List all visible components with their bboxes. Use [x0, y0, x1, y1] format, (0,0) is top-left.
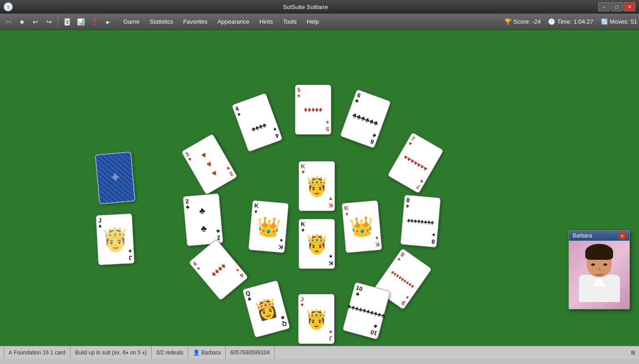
- status-resize[interactable]: ⊞: [631, 349, 635, 356]
- status-foundation-num: 16: [43, 349, 49, 356]
- score-value: -24: [532, 18, 541, 25]
- toolbar-redo[interactable]: ↪: [43, 15, 56, 28]
- toolbar-chart[interactable]: 📊: [74, 15, 87, 28]
- card-corner-top: 4 ♠: [234, 106, 241, 117]
- toolbar-star[interactable]: ★: [15, 15, 28, 28]
- moves-display: 🔃 Moves: 51: [601, 18, 637, 25]
- menu-statistics[interactable]: Statistics: [145, 16, 178, 27]
- five-diamonds-card[interactable]: 5 ♦ ♦♦♦♦♦ 5 ♦: [295, 85, 331, 135]
- card-corner-bottom: 5 ♦: [326, 119, 329, 132]
- card-corner-bottom: J ♠: [128, 248, 132, 261]
- game-area[interactable]: J ♠ 🤴 J ♠ 3 ♥ ♥♥♥ 3 ♥ 4 ♠ ♠♠♠♠ 4: [0, 30, 639, 346]
- status-player-id: 6057690599104: [226, 346, 275, 359]
- toolbar-undo[interactable]: ↩: [29, 15, 42, 28]
- title-bar-title: SolSuite Solitaire: [13, 4, 598, 10]
- title-bar-controls: − □ ✕: [598, 2, 635, 11]
- menu-game[interactable]: Game: [119, 16, 144, 27]
- player-photo-content: [569, 241, 629, 309]
- toolbar-separator-1: [58, 16, 58, 27]
- player-collar: [593, 277, 606, 286]
- status-player: 👤 Barbara: [188, 346, 226, 359]
- menu-favorites[interactable]: Favorites: [178, 16, 212, 27]
- menu-appearance[interactable]: Appearance: [213, 16, 254, 27]
- deck-card-1[interactable]: [95, 152, 135, 205]
- three-hearts-card[interactable]: 3 ♥ ♥♥♥ 3 ♥: [181, 133, 238, 195]
- maximize-button[interactable]: □: [611, 2, 623, 11]
- status-bar: A Foundation 16 1 card Build up in suit …: [0, 346, 639, 359]
- player-body: [579, 275, 620, 302]
- toolbar-extra[interactable]: ▸: [101, 15, 114, 28]
- king-hearts-center-left[interactable]: K ♦ 👑 K ♦: [248, 200, 289, 253]
- king-spades-center-bottom[interactable]: K ♠ 🤴 K ♠: [299, 219, 335, 269]
- king-spades-center-right[interactable]: K ♦ 👑 K ♦: [341, 200, 382, 253]
- title-bar: 🃏 SolSuite Solitaire − □ ✕: [0, 0, 639, 14]
- player-panel-name: Barbara: [573, 233, 592, 239]
- player-panel-close-button[interactable]: ✕: [619, 232, 626, 239]
- player-photo: [569, 241, 629, 309]
- player-hair: [585, 244, 613, 260]
- card-corner-bottom: J ♥: [329, 329, 332, 342]
- trophy-icon: 🏆: [504, 18, 512, 25]
- score-area: 🏆 Score: -24 🕐 Time: 1:04:27 🔃 Moves: 51: [504, 18, 637, 25]
- close-button[interactable]: ✕: [624, 2, 635, 11]
- time-display: 🕐 Time: 1:04:27: [548, 18, 593, 25]
- menu-help[interactable]: Help: [302, 16, 324, 27]
- status-card-count: 1 card: [50, 349, 65, 356]
- status-rule-text: Build up in suit (ex. 6: [75, 349, 126, 356]
- toolbar-new-game[interactable]: 🎮: [2, 15, 15, 28]
- player-panel-title: Barbara ✕: [569, 231, 629, 241]
- status-rule: Build up in suit (ex. 6 ♦ on 5 ♦ ): [71, 346, 152, 359]
- king-hearts-center-top[interactable]: K ♥ 🤴 K ♥: [299, 161, 335, 211]
- toolbar-help[interactable]: ❓: [88, 15, 101, 28]
- menu-tools[interactable]: Tools: [279, 16, 301, 27]
- minimize-button[interactable]: −: [598, 2, 610, 11]
- jack-hearts-card[interactable]: J ♥ 🤴 J ♥: [298, 294, 335, 344]
- status-foundation: A Foundation 16 1 card: [4, 346, 71, 359]
- status-rule-close: ): [145, 349, 147, 356]
- moves-label: Moves:: [610, 18, 629, 25]
- time-value: 1:04:27: [573, 18, 593, 25]
- status-foundation-label: Foundation: [14, 349, 41, 356]
- card-corner-bottom: K ♠: [329, 253, 333, 267]
- time-label: Time:: [557, 18, 572, 25]
- card-corner-bottom: K ♥: [329, 196, 333, 209]
- card-corner-bottom: K ♦: [374, 235, 380, 248]
- toolbar-card[interactable]: 🃏: [61, 15, 73, 28]
- player-icon: 👤: [193, 349, 200, 356]
- clock-icon: 🕐: [548, 18, 555, 25]
- seven-hearts-card[interactable]: 7 ♥ ♥♥♥♥♥♥♥ 7 ♥: [387, 132, 444, 193]
- ten-clubs-card[interactable]: 10 ♣ ♣♣♣♣♣♣♣♣♣♣ 10 ♣: [342, 282, 390, 340]
- player-head: [587, 248, 612, 277]
- status-foundation-icon: A: [9, 350, 12, 355]
- status-redeals: 0/2 redeals: [152, 346, 188, 359]
- two-clubs-card[interactable]: 2 ♣ ♣♣ 2 ♣: [183, 193, 223, 247]
- score-display: 🏆 Score: -24: [504, 18, 541, 25]
- moves-value: 51: [631, 18, 637, 25]
- card-corner-bottom: K ♦: [278, 237, 284, 251]
- four-diamonds-card[interactable]: 4 ♦ ♦♦♦♦ 4 ♦: [188, 239, 248, 301]
- menu-bar: 🎮 ★ ↩ ↪ 🃏 📊 ❓ ▸ Game Statistics Favorite…: [0, 14, 639, 30]
- status-player-name: Barbara: [201, 349, 221, 356]
- menu-hints[interactable]: Hints: [255, 16, 278, 27]
- status-rule-on: on 5: [128, 349, 142, 356]
- score-label: Score:: [513, 18, 531, 25]
- title-bar-left: 🃏: [4, 2, 13, 11]
- jack-spades-card[interactable]: J ♠ 🤴 J ♠: [96, 213, 135, 265]
- moves-icon: 🔃: [601, 18, 608, 25]
- queen-clubs-card[interactable]: Q ♣ 👸 Q ♣: [242, 280, 290, 338]
- eight-spades-card[interactable]: 8 ♠ ♠♠♠♠♠♠♠♠ 8 ♠: [400, 195, 441, 248]
- six-clubs-card[interactable]: 6 ♣ ♣♣♣♣♣♣ 6 ♣: [340, 89, 391, 149]
- player-panel: Barbara ✕: [568, 230, 630, 309]
- four-spades-card[interactable]: 4 ♠ ♠♠♠♠ 4 ♠: [232, 93, 283, 152]
- toolbar-icons: 🎮 ★ ↩ ↪ 🃏 📊 ❓ ▸: [2, 15, 114, 28]
- app-icon: 🃏: [4, 2, 13, 11]
